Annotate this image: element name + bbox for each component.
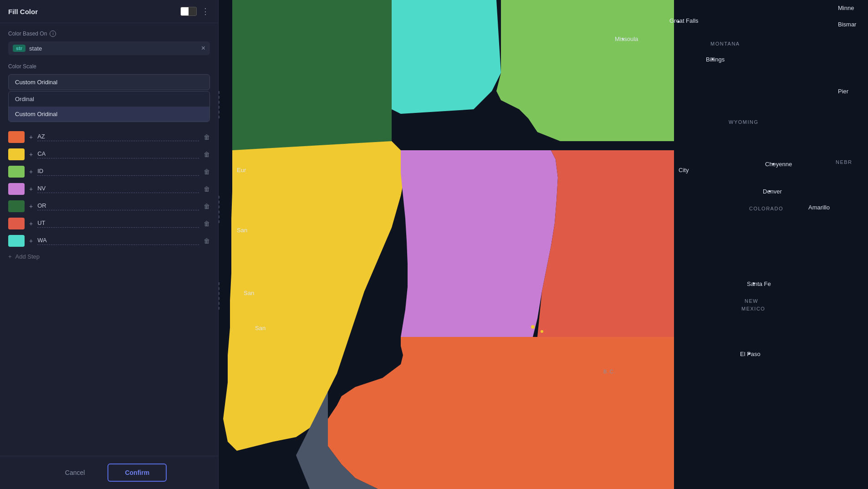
add-step-plus-icon: + (8, 253, 12, 260)
step-label-nv: NV (37, 185, 199, 193)
label-bismarck: Bismar (838, 21, 857, 28)
label-state-montana: MONTANA (710, 41, 740, 46)
panel-footer: Cancel Confirm (0, 456, 218, 489)
color-based-on-label: Color Based On i (8, 31, 210, 37)
state-oregon (232, 0, 392, 150)
add-before-wa-button[interactable]: + (29, 237, 33, 244)
color-step-or: + OR 🗑 (8, 199, 210, 214)
step-label-az: AZ (37, 133, 199, 141)
label-state-bc: B.C. (603, 369, 616, 374)
delete-az-button[interactable]: 🗑 (204, 133, 210, 141)
label-el-paso: El Paso (740, 351, 761, 357)
fill-color-panel: Fill Color ⋮ Color Based On i str state … (0, 0, 219, 489)
label-state-nebraska: NEBR (836, 159, 853, 165)
color-swatch-ca[interactable] (8, 148, 25, 160)
label-great-falls: Great Falls (669, 17, 699, 24)
label-san-francisco: San (237, 227, 247, 234)
label-santa-fe: Santa Fe (747, 280, 771, 287)
label-city: City (679, 167, 689, 173)
map-svg: Great Falls Missoula Billings Cheyenne D… (219, 0, 868, 489)
field-name-label: state (29, 45, 198, 52)
add-before-or-button[interactable]: + (29, 203, 33, 210)
color-swatch-ut[interactable] (8, 218, 25, 229)
color-swatch-or[interactable] (8, 200, 25, 212)
step-label-id: ID (37, 168, 199, 176)
label-state-new-mexico-2: MEXICO (741, 306, 765, 311)
color-scale-dropdown-list: Ordinal Custom Oridinal (8, 91, 210, 122)
color-swatch-wa[interactable] (8, 235, 25, 247)
panel-title: Fill Color (8, 8, 38, 15)
cancel-button[interactable]: Cancel (51, 464, 99, 481)
add-before-ca-button[interactable]: + (29, 151, 33, 158)
dropdown-item-ordinal[interactable]: Ordinal (9, 92, 209, 107)
step-label-wa: WA (37, 237, 199, 245)
color-scale-dropdown-selected[interactable]: Custom Oridinal (8, 74, 210, 90)
dropdown-item-custom-ordinal[interactable]: Custom Oridinal (9, 107, 209, 122)
add-before-ut-button[interactable]: + (29, 220, 33, 227)
state-nevada (401, 150, 558, 337)
delete-ut-button[interactable]: 🗑 (204, 220, 210, 227)
add-step-row[interactable]: + Add Step (8, 253, 210, 260)
label-san-diego: San (255, 325, 266, 331)
label-denver: Denver (763, 188, 782, 195)
header-controls: ⋮ (180, 6, 210, 16)
panel-body: Color Based On i str state × Color Scale… (0, 23, 218, 456)
label-state-new-mexico: NEW (745, 298, 758, 304)
add-step-label: Add Step (15, 253, 40, 260)
field-type-badge: str (13, 45, 26, 52)
dot-great-falls (678, 21, 679, 23)
dot-cheyenne (772, 163, 774, 165)
color-step-ut: + UT 🗑 (8, 216, 210, 231)
label-amarillo: Amarillo (808, 204, 830, 211)
color-scale-label: Color Scale (8, 63, 210, 70)
color-swatch-id[interactable] (8, 166, 25, 178)
delete-or-button[interactable]: 🗑 (204, 203, 210, 210)
clear-field-button[interactable]: × (201, 44, 205, 52)
add-before-id-button[interactable]: + (29, 168, 33, 175)
info-icon: i (50, 31, 56, 37)
color-toggle-swatch[interactable] (180, 7, 197, 16)
color-swatch-az[interactable] (8, 131, 25, 143)
label-minneapolis: Minne (838, 5, 854, 11)
step-label-ca: CA (37, 150, 199, 158)
label-billings: Billings (706, 56, 725, 63)
add-before-az-button[interactable]: + (29, 133, 33, 141)
dot-billings (712, 58, 714, 60)
label-san-jose: San (244, 290, 254, 296)
state-utah (537, 150, 674, 337)
panel-header: Fill Color ⋮ (0, 0, 218, 23)
delete-nv-button[interactable]: 🗑 (204, 185, 210, 193)
resize-handle-mid (219, 196, 220, 223)
dot-santa-fe (753, 282, 755, 284)
dot-islands-2 (541, 330, 543, 333)
delete-wa-button[interactable]: 🗑 (204, 237, 210, 244)
label-missoula: Missoula (615, 36, 638, 42)
add-before-nv-button[interactable]: + (29, 185, 33, 193)
color-step-az: + AZ 🗑 (8, 129, 210, 145)
color-steps-list: + AZ 🗑 + CA 🗑 + ID 🗑 + N (8, 129, 210, 249)
more-options-button[interactable]: ⋮ (201, 6, 210, 16)
dot-missoula (622, 38, 624, 40)
color-based-on-row[interactable]: str state × (8, 41, 210, 55)
label-pierre: Pier (838, 88, 849, 95)
label-state-wyoming: WYOMING (729, 119, 759, 125)
color-step-id: + ID 🗑 (8, 164, 210, 179)
label-eureka: Eur (237, 167, 246, 173)
delete-ca-button[interactable]: 🗑 (204, 151, 210, 158)
dot-el-paso (748, 353, 750, 355)
color-swatch-nv[interactable] (8, 183, 25, 195)
map-area: Great Falls Missoula Billings Cheyenne D… (219, 0, 868, 489)
step-label-ut: UT (37, 219, 199, 228)
color-step-wa: + WA 🗑 (8, 233, 210, 249)
color-scale-section: Color Scale Custom Oridinal Ordinal Cust… (8, 63, 210, 122)
step-label-or: OR (37, 202, 199, 210)
label-cheyenne: Cheyenne (765, 161, 792, 168)
color-step-ca: + CA 🗑 (8, 147, 210, 162)
label-state-colorado: COLORADO (749, 206, 783, 211)
delete-id-button[interactable]: 🗑 (204, 168, 210, 175)
resize-handle-top (219, 91, 220, 118)
confirm-button[interactable]: Confirm (107, 464, 167, 482)
dot-denver (769, 190, 771, 192)
color-step-nv: + NV 🗑 (8, 181, 210, 197)
dot-islands (531, 325, 535, 329)
